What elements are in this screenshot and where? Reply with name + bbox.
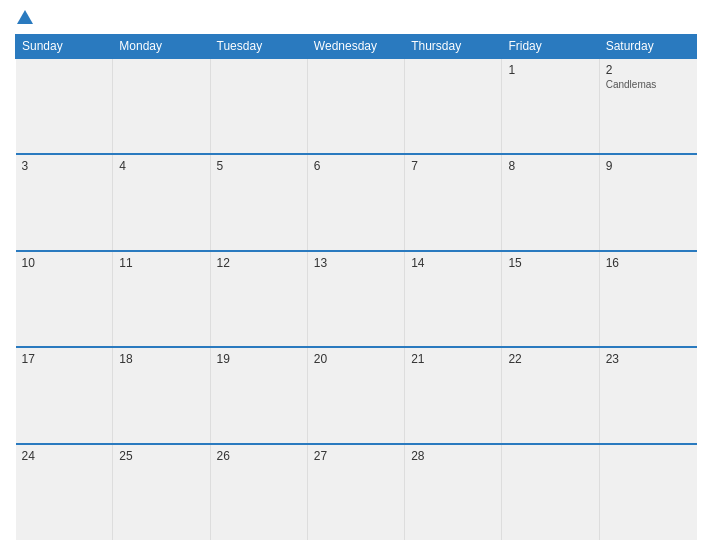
calendar-cell: 7 bbox=[405, 154, 502, 250]
calendar-cell: 9 bbox=[599, 154, 696, 250]
day-number: 19 bbox=[217, 352, 301, 366]
logo bbox=[15, 10, 35, 26]
col-saturday: Saturday bbox=[599, 35, 696, 59]
day-number: 10 bbox=[22, 256, 107, 270]
calendar-cell: 26 bbox=[210, 444, 307, 540]
calendar-cell: 18 bbox=[113, 347, 210, 443]
calendar-cell: 6 bbox=[307, 154, 404, 250]
day-number: 4 bbox=[119, 159, 203, 173]
calendar-container: Sunday Monday Tuesday Wednesday Thursday… bbox=[0, 0, 712, 550]
day-number: 1 bbox=[508, 63, 592, 77]
calendar-cell bbox=[502, 444, 599, 540]
day-number: 25 bbox=[119, 449, 203, 463]
day-number: 8 bbox=[508, 159, 592, 173]
calendar-cell bbox=[405, 58, 502, 154]
day-number: 12 bbox=[217, 256, 301, 270]
day-number: 6 bbox=[314, 159, 398, 173]
calendar-cell: 20 bbox=[307, 347, 404, 443]
col-friday: Friday bbox=[502, 35, 599, 59]
calendar-cell: 2Candlemas bbox=[599, 58, 696, 154]
calendar-cell: 8 bbox=[502, 154, 599, 250]
day-number: 27 bbox=[314, 449, 398, 463]
calendar-week-row: 2425262728 bbox=[16, 444, 697, 540]
calendar-cell: 4 bbox=[113, 154, 210, 250]
calendar-week-row: 12Candlemas bbox=[16, 58, 697, 154]
calendar-week-row: 17181920212223 bbox=[16, 347, 697, 443]
day-number: 20 bbox=[314, 352, 398, 366]
calendar-cell: 21 bbox=[405, 347, 502, 443]
calendar-cell: 16 bbox=[599, 251, 696, 347]
col-sunday: Sunday bbox=[16, 35, 113, 59]
day-number: 13 bbox=[314, 256, 398, 270]
day-number: 15 bbox=[508, 256, 592, 270]
calendar-cell: 15 bbox=[502, 251, 599, 347]
calendar-week-row: 10111213141516 bbox=[16, 251, 697, 347]
day-event: Candlemas bbox=[606, 79, 691, 90]
calendar-cell: 11 bbox=[113, 251, 210, 347]
col-thursday: Thursday bbox=[405, 35, 502, 59]
calendar-cell bbox=[307, 58, 404, 154]
calendar-body: 12Candlemas34567891011121314151617181920… bbox=[16, 58, 697, 540]
calendar-cell bbox=[599, 444, 696, 540]
logo-row1 bbox=[15, 10, 35, 26]
calendar-cell: 5 bbox=[210, 154, 307, 250]
day-number: 21 bbox=[411, 352, 495, 366]
calendar-cell: 28 bbox=[405, 444, 502, 540]
calendar-cell: 22 bbox=[502, 347, 599, 443]
calendar-cell: 17 bbox=[16, 347, 113, 443]
day-number: 2 bbox=[606, 63, 691, 77]
calendar-cell: 1 bbox=[502, 58, 599, 154]
calendar-cell: 3 bbox=[16, 154, 113, 250]
day-number: 26 bbox=[217, 449, 301, 463]
calendar-cell: 14 bbox=[405, 251, 502, 347]
calendar-cell: 12 bbox=[210, 251, 307, 347]
day-number: 22 bbox=[508, 352, 592, 366]
calendar-cell: 27 bbox=[307, 444, 404, 540]
logo-triangle-icon bbox=[17, 10, 33, 24]
day-number: 28 bbox=[411, 449, 495, 463]
calendar-week-row: 3456789 bbox=[16, 154, 697, 250]
col-tuesday: Tuesday bbox=[210, 35, 307, 59]
calendar-table: Sunday Monday Tuesday Wednesday Thursday… bbox=[15, 34, 697, 540]
col-monday: Monday bbox=[113, 35, 210, 59]
calendar-cell: 24 bbox=[16, 444, 113, 540]
day-number: 7 bbox=[411, 159, 495, 173]
col-wednesday: Wednesday bbox=[307, 35, 404, 59]
calendar-cell bbox=[113, 58, 210, 154]
calendar-cell: 23 bbox=[599, 347, 696, 443]
day-number: 17 bbox=[22, 352, 107, 366]
day-number: 23 bbox=[606, 352, 691, 366]
day-number: 3 bbox=[22, 159, 107, 173]
calendar-cell: 10 bbox=[16, 251, 113, 347]
day-number: 9 bbox=[606, 159, 691, 173]
calendar-thead: Sunday Monday Tuesday Wednesday Thursday… bbox=[16, 35, 697, 59]
calendar-cell: 13 bbox=[307, 251, 404, 347]
day-number: 11 bbox=[119, 256, 203, 270]
calendar-cell: 19 bbox=[210, 347, 307, 443]
day-number: 14 bbox=[411, 256, 495, 270]
calendar-cell bbox=[16, 58, 113, 154]
calendar-cell bbox=[210, 58, 307, 154]
calendar-header bbox=[15, 10, 697, 26]
weekday-header-row: Sunday Monday Tuesday Wednesday Thursday… bbox=[16, 35, 697, 59]
day-number: 5 bbox=[217, 159, 301, 173]
day-number: 24 bbox=[22, 449, 107, 463]
day-number: 16 bbox=[606, 256, 691, 270]
day-number: 18 bbox=[119, 352, 203, 366]
calendar-cell: 25 bbox=[113, 444, 210, 540]
